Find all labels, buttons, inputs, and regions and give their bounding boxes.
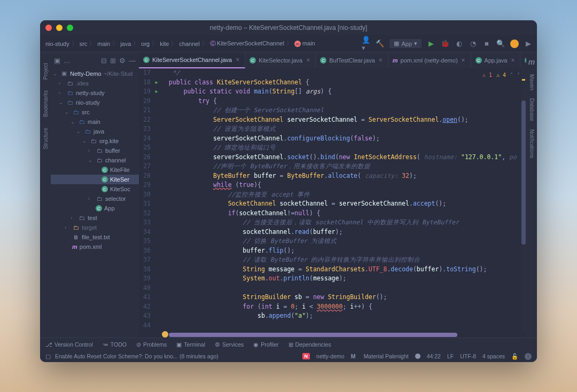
minimize-window[interactable] (56, 25, 63, 31)
toolwindow-problems[interactable]: ⊘Problems (136, 341, 167, 348)
breadcrumb-item[interactable]: channel (178, 41, 201, 47)
editor-tab[interactable]: CKiteSelector.java× (245, 52, 316, 68)
breadcrumb-item[interactable]: kite (159, 41, 170, 47)
info-icon[interactable]: i (525, 353, 532, 360)
status-theme[interactable]: Material Palenight (364, 353, 409, 359)
profiler-icon[interactable]: ◔ (469, 40, 477, 48)
add-config-icon[interactable]: 👤▾ (362, 40, 370, 48)
tree-item[interactable]: 🗎file_test.txt (51, 232, 139, 242)
tab-close-icon[interactable]: × (305, 57, 311, 64)
code-editor[interactable]: 1718▶19▶20212223242526272829303132333435… (139, 68, 526, 332)
readonly-icon[interactable]: 🔓 (511, 353, 518, 360)
theme-dot-icon[interactable] (415, 354, 420, 359)
select-opened-icon[interactable]: ⊟ (101, 57, 107, 65)
indent-setting[interactable]: 4 spaces (482, 353, 505, 359)
run-config-selector[interactable]: ▦ App ▾ (389, 39, 422, 48)
breadcrumb-item[interactable]: src (79, 41, 89, 47)
search-icon[interactable]: 🔍 (496, 40, 505, 48)
editor-tab[interactable]: CApp.java× (471, 52, 521, 68)
breadcrumb-item[interactable]: java (119, 41, 132, 47)
tree-item[interactable]: ›🗀.idea (51, 79, 139, 88)
horizontal-scrollbar[interactable] (165, 332, 521, 338)
breadcrumb-item[interactable]: mmain (293, 40, 316, 48)
project-tree[interactable]: ⌄ ▣ Netty-Demo ~/Kite-Stud ›🗀.idea›🗀nett… (51, 68, 139, 338)
editor-tab[interactable]: mpom.xml (netty-demo)× (388, 52, 471, 68)
rail-structure[interactable]: Structure (43, 128, 49, 150)
tree-item[interactable]: mpom.xml (51, 242, 139, 252)
breadcrumb-item[interactable]: org (140, 41, 151, 47)
editor-tab[interactable]: CKiteServerSocketChannel.java× (139, 52, 245, 68)
status-badge[interactable]: N (302, 353, 310, 359)
breadcrumb-item[interactable]: ⒸKiteServerSocketChannel (209, 40, 285, 48)
line-ending[interactable]: LF (447, 353, 454, 359)
close-window[interactable] (45, 25, 52, 31)
avatar-icon[interactable] (510, 40, 519, 48)
project-root[interactable]: ⌄ ▣ Netty-Demo ~/Kite-Stud (51, 68, 139, 79)
class-icon: C (320, 57, 326, 64)
tree-item[interactable]: CKiteSer (51, 175, 139, 184)
warning-badge[interactable]: ⚠ 4 (496, 70, 506, 80)
tab-close-icon[interactable]: × (235, 56, 240, 64)
badge-down-icon[interactable]: ˅ (517, 70, 520, 80)
toolwindow-todo[interactable]: ≔TODO (103, 341, 127, 348)
toolwindow-dependencies[interactable]: ⊞Dependencies (288, 341, 331, 348)
rail-database[interactable]: Database (529, 98, 535, 121)
scroll-origin[interactable] (162, 331, 168, 338)
coverage-icon[interactable]: ◐ (455, 40, 463, 48)
settings-icon[interactable]: ⚙ (119, 57, 126, 65)
tree-item[interactable]: ›🗀netty-study (51, 88, 139, 98)
tree-item[interactable]: ›🗀target (51, 223, 139, 232)
stop-icon[interactable]: ■ (482, 40, 491, 48)
line-gutter[interactable]: 1718▶19▶20212223242526272829303132333435… (139, 68, 154, 332)
maven-rail-icon[interactable]: m (528, 58, 535, 66)
inspection-badges[interactable]: ⚠ 1 ⚠ 4 ˄ ˅ (482, 70, 520, 80)
run-icon[interactable]: ▶ (427, 40, 435, 48)
debug-icon[interactable]: 🐞 (441, 40, 449, 48)
code-lines[interactable]: */public class KiteServerSocketChannel {… (163, 68, 521, 332)
tree-item[interactable]: ›🗀test (51, 213, 139, 223)
error-badge[interactable]: ⚠ 1 (482, 70, 492, 80)
tree-item[interactable]: CKiteFile (51, 165, 139, 175)
toolwindow-version-control[interactable]: ⎇Version Control (45, 341, 93, 348)
tree-item[interactable]: ⌄🗀channel (51, 155, 139, 165)
tree-item[interactable]: ⌄🗀java (51, 127, 139, 136)
tab-close-icon[interactable]: × (378, 57, 384, 64)
file-encoding[interactable]: UTF-8 (460, 353, 476, 359)
tree-item[interactable]: ⌄🗀src (51, 107, 139, 117)
collapse-icon[interactable]: … (64, 57, 71, 65)
rail-project[interactable]: Project (43, 63, 49, 80)
breadcrumb[interactable]: nio-study〉src〉main〉java〉org〉kite〉channel… (44, 40, 360, 48)
hide-icon[interactable]: — (129, 57, 136, 65)
folder-icon: 🗀 (66, 99, 74, 106)
hammer-icon[interactable]: 🔨 (376, 40, 384, 48)
tree-item[interactable]: ›🗀buffer (51, 146, 139, 155)
rail-maven[interactable]: Maven (529, 74, 535, 90)
maximize-window[interactable] (67, 25, 73, 31)
tree-item[interactable]: ⌄🗀nio-study (51, 98, 139, 107)
editor-tab[interactable]: CFutu× (520, 52, 526, 68)
tree-item[interactable]: ⌄🗀org.kite (51, 136, 139, 146)
tree-item[interactable]: CApp (51, 203, 139, 213)
status-tip[interactable]: Enable Auto Reset Color Scheme?: Do you … (55, 353, 219, 359)
badge-up-icon[interactable]: ˄ (510, 70, 513, 80)
project-view-icon[interactable]: ▣ (54, 57, 60, 65)
cursor-position[interactable]: 44:22 (427, 353, 441, 359)
tree-item[interactable]: CKiteSoc (51, 184, 139, 194)
toolwindow-services[interactable]: ⚙Services (215, 341, 244, 348)
editor-tab[interactable]: CBufTestClear.java× (316, 52, 388, 68)
toolwindow-terminal[interactable]: ▣Terminal (176, 341, 205, 348)
tab-close-icon[interactable]: × (461, 57, 466, 64)
toolwindow-profiler[interactable]: ◉Profiler (253, 341, 278, 348)
tree-item[interactable]: ›🗀selector (51, 194, 139, 203)
breadcrumb-item[interactable]: main (96, 41, 111, 47)
status-project[interactable]: netty-demo (316, 353, 345, 359)
tree-item[interactable]: ⌄🗀main (51, 117, 139, 127)
rail-bookmarks[interactable]: Bookmarks (43, 90, 49, 117)
status-expand-icon[interactable]: ▢ (45, 353, 51, 359)
rail-notifications[interactable]: Notifications (529, 129, 535, 158)
breadcrumb-item[interactable]: nio-study (44, 41, 71, 47)
more-icon[interactable]: ▶ (524, 40, 533, 48)
vertical-scrollbar[interactable] (521, 68, 526, 332)
expand-icon[interactable]: ⊞ (110, 57, 116, 65)
tab-close-icon[interactable]: × (510, 57, 516, 64)
